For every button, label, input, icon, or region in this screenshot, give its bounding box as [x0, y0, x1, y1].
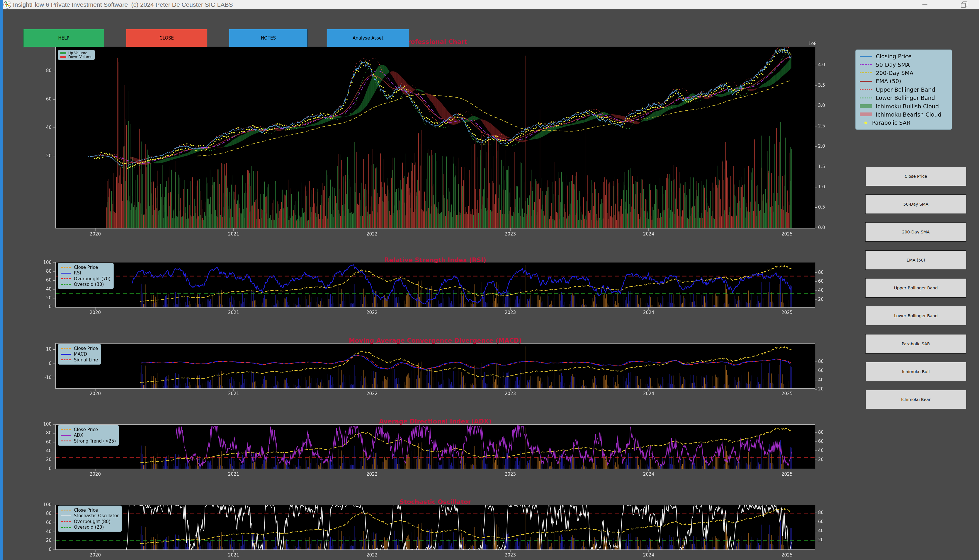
legend-item: Stochastic Oscillator: [61, 513, 119, 519]
rsi-chart-title: Relative Strength Index (RSI): [55, 257, 815, 263]
stoch-chart-title: Stochastic Oscillator: [55, 498, 815, 505]
legend-item: Overbought (80): [61, 519, 119, 525]
legend-item: Close Price: [61, 427, 116, 433]
macd-legend: Close PriceMACDSignal Line: [58, 344, 101, 365]
volume-legend: Up VolumeDown Volume: [58, 50, 95, 60]
legend-item: Ichimoku Bearish Cloud: [860, 110, 948, 118]
legend-item: Oversold (20): [61, 525, 119, 530]
legend-item: Lower Bollinger Band: [860, 94, 948, 102]
window-controls: [921, 0, 967, 9]
app-icon: [3, 1, 11, 8]
legend-item: Close Price: [61, 265, 110, 270]
close-button[interactable]: CLOSE: [126, 29, 207, 47]
side-button-ema-50[interactable]: EMA (50): [865, 250, 966, 270]
side-button-upper-bollinger[interactable]: Upper Bollinger Band: [865, 278, 966, 298]
adx-legend: Close PriceADXStrong Trend (>25): [58, 425, 119, 446]
legend-item: Close Price: [61, 507, 119, 513]
legend-item: RSI: [61, 270, 110, 276]
legend-item: Oversold (30): [61, 282, 110, 288]
legend-item: ADX: [61, 433, 116, 438]
legend-item: Ichimoku Bullish Cloud: [860, 102, 948, 110]
legend-item: EMA (50): [860, 77, 948, 85]
charts-canvas: [0, 0, 979, 560]
side-button-200-day-sma[interactable]: 200-Day SMA: [865, 222, 966, 242]
legend-item: Up Volume: [60, 51, 92, 55]
legend-item: Parabolic SAR: [860, 118, 948, 127]
legend-item: Close Price: [61, 346, 98, 352]
legend-item: Overbought (70): [61, 276, 110, 282]
left-accent-stripe: [0, 0, 3, 560]
legend-item: Strong Trend (>25): [61, 438, 116, 444]
titlebar: InsightFlow 6 Private Investment Softwar…: [0, 0, 979, 9]
side-button-ichimoku-bull[interactable]: Ichimoku Bull: [865, 362, 966, 381]
side-button-close-price[interactable]: Close Price: [865, 167, 966, 186]
analyse-asset-button[interactable]: Analyse Asset: [327, 29, 409, 47]
figure-legend: Closing Price50-Day SMA200-Day SMAEMA (5…: [855, 50, 952, 130]
notes-button[interactable]: NOTES: [229, 29, 308, 47]
window-title: InsightFlow 6 Private Investment Softwar…: [13, 1, 233, 8]
minimize-button[interactable]: [921, 1, 929, 8]
stoch-legend: Close PriceStochastic OscillatorOverboug…: [58, 505, 122, 532]
side-button-lower-bollinger[interactable]: Lower Bollinger Band: [865, 306, 966, 325]
legend-item: Upper Bollinger Band: [860, 85, 948, 94]
legend-item: 50-Day SMA: [860, 60, 948, 68]
app-window: InsightFlow 6 Private Investment Softwar…: [0, 0, 979, 560]
legend-item: 200-Day SMA: [860, 69, 948, 77]
rsi-legend: Close PriceRSIOverbought (70)Oversold (3…: [58, 263, 114, 289]
legend-item: Closing Price: [860, 52, 948, 60]
legend-item: Signal Line: [61, 357, 98, 363]
side-button-50-day-sma[interactable]: 50-Day SMA: [865, 195, 966, 214]
side-button-ichimoku-bear[interactable]: Ichimoku Bear: [865, 390, 966, 409]
legend-item: Down Volume: [60, 55, 92, 59]
side-button-parabolic-sar[interactable]: Parabolic SAR: [865, 334, 966, 353]
legend-item: MACD: [61, 352, 98, 357]
macd-chart-title: Moving Average Convergence Divergence (M…: [55, 337, 815, 344]
restore-button[interactable]: [961, 2, 967, 8]
adx-chart-title: Average Directional Index (ADX): [55, 418, 815, 425]
help-button[interactable]: HELP: [23, 29, 104, 47]
